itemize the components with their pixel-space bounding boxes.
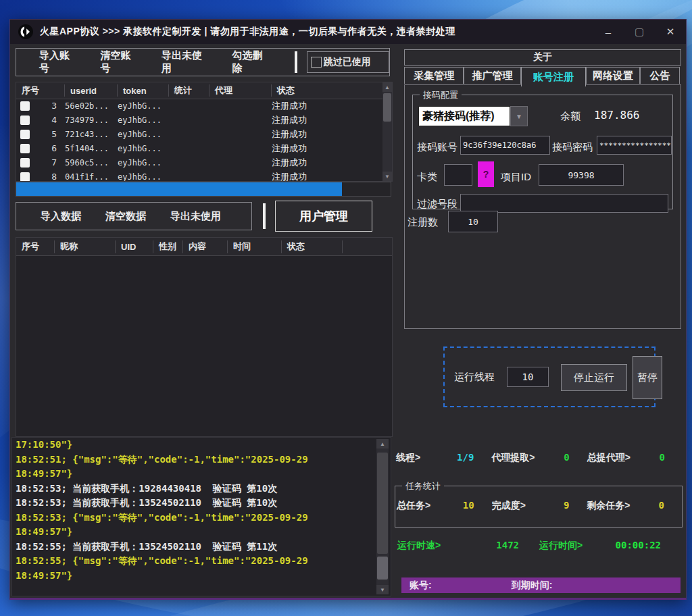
tab-推广管理[interactable]: 推广管理	[464, 67, 520, 84]
log-panel[interactable]: 17:10:50"}18:52:51; {"msg":"等待","code":-…	[11, 437, 391, 596]
cell-status: 注册成功	[272, 114, 382, 126]
account-table[interactable]: 序号useridtoken统计代理状态 356e02b...eyJhbG...注…	[16, 82, 393, 182]
skip-used-checkbox[interactable]	[311, 57, 322, 68]
sms-account-input[interactable]: 9c36f39e120c8a6	[460, 136, 550, 155]
cell-status: 注册成功	[272, 157, 382, 169]
stop-run-button[interactable]: 停止运行	[561, 364, 627, 391]
close-button[interactable]: ✕	[655, 20, 686, 44]
card-type-input[interactable]	[444, 164, 472, 186]
account-table-scrollbar[interactable]: ▲ ▼	[382, 82, 392, 181]
log-line: 18:52:53; {"msg":"等待","code":-1,"time":"…	[12, 511, 391, 525]
sms-provider-selected[interactable]: 豪猪接码(推荐)	[418, 106, 510, 126]
account-toolbar: 导入账号清空账号导出未使用勾选删除 跳过已使用	[16, 48, 390, 76]
stat-label: 总提代理>	[587, 452, 631, 465]
log-line: 17:10:50"}	[12, 438, 391, 453]
log-scrollbar[interactable]: ▲ ▼	[376, 439, 389, 594]
toolbar-button[interactable]: 导入数据	[41, 210, 81, 223]
account-table-body: 356e02b...eyJhbG...注册成功4734979...eyJhbG.…	[16, 99, 382, 181]
row-select-cell: 8	[16, 172, 65, 182]
toolbar-button[interactable]: 导入账号	[39, 49, 77, 75]
task-stats-title: 任务统计	[402, 480, 444, 492]
toolbar-button[interactable]: 勾选删除	[232, 49, 270, 75]
chevron-down-icon[interactable]: ▼	[510, 106, 528, 126]
filter-segment-input[interactable]	[460, 194, 668, 213]
row-checkbox[interactable]	[20, 144, 30, 153]
app-window: 火星APP协议 >>> 承接软件定制开发 | 请勿用于非法用途，一切后果与作者无…	[9, 19, 687, 600]
toolbar-button[interactable]: 导出未使用	[162, 49, 209, 75]
scrollbar-track-used[interactable]	[377, 453, 388, 554]
user-table[interactable]: 序号昵称UID性别内容时间状态	[16, 237, 393, 437]
pause-button[interactable]: 暂停	[633, 356, 662, 399]
column-header: userid	[65, 84, 118, 97]
progress-fill	[16, 182, 342, 196]
tab-公告[interactable]: 公告	[640, 67, 680, 84]
toolbar-separator	[295, 51, 297, 73]
scroll-down-icon[interactable]: ▼	[382, 172, 392, 181]
task-stat-label: 总任务>	[397, 500, 430, 512]
column-header: 昵称	[55, 240, 116, 253]
toolbar-separator	[263, 203, 266, 229]
user-table-header: 序号昵称UID性别内容时间状态	[16, 238, 392, 256]
run-control-box: 运行线程 10 停止运行 暂停	[443, 346, 656, 407]
cell-token: eyJhbG...	[118, 144, 169, 153]
scroll-up-icon[interactable]: ▲	[382, 82, 392, 92]
title-bar: 火星APP协议 >>> 承接软件定制开发 | 请勿用于非法用途，一切后果与作者无…	[10, 20, 686, 44]
minimize-button[interactable]: –	[593, 20, 624, 44]
toolbar-button[interactable]: 清空数据	[105, 210, 146, 223]
cell-token: eyJhbG...	[118, 116, 169, 125]
row-checkbox[interactable]	[20, 130, 30, 139]
scrollbar-thumb[interactable]	[383, 93, 391, 122]
row-select-cell: 4	[16, 115, 65, 125]
register-count-input[interactable]: 10	[448, 211, 498, 232]
cell-userid: 041f1f...	[65, 172, 118, 182]
sms-password-label: 接码密码	[552, 141, 593, 154]
column-header: 统计	[169, 84, 209, 97]
column-header: 序号	[16, 240, 55, 253]
sms-account-label: 接码账号	[417, 141, 458, 154]
progress-bar	[16, 182, 391, 197]
table-row[interactable]: 65f1404...eyJhbG...注册成功	[16, 141, 382, 155]
toolbar-button[interactable]: 清空账号	[100, 49, 138, 75]
table-row[interactable]: 8041f1f...eyJhbG...注册成功	[16, 170, 382, 182]
balance-label: 余额	[560, 110, 580, 123]
sms-provider-dropdown[interactable]: 豪猪接码(推荐) ▼	[418, 106, 528, 126]
table-row[interactable]: 75960c5...eyJhbG...注册成功	[16, 155, 382, 170]
about-button[interactable]: 关于	[404, 49, 681, 66]
tab-账号注册[interactable]: 账号注册	[521, 67, 586, 86]
log-line: 18:49:57"}	[12, 569, 391, 584]
row-select-cell: 6	[16, 143, 65, 153]
table-row[interactable]: 356e02b...eyJhbG...注册成功	[16, 99, 382, 113]
task-stat-value: 10	[463, 500, 474, 512]
row-index: 8	[30, 172, 65, 182]
window-title: 火星APP协议 >>> 承接软件定制开发 | 请勿用于非法用途，一切后果与作者无…	[40, 26, 455, 38]
user-management-button[interactable]: 用户管理	[275, 201, 372, 232]
toolbar-button[interactable]: 导出未使用	[170, 210, 221, 223]
data-toolbar-box: 导入数据清空数据导出未使用	[16, 202, 252, 230]
help-button[interactable]: ?	[478, 161, 494, 187]
row-checkbox[interactable]	[20, 172, 30, 182]
task-stat-label: 剩余任务>	[587, 500, 630, 512]
maximize-button[interactable]: ▢	[624, 20, 655, 44]
skip-used-group[interactable]: 跳过已使用	[307, 51, 389, 73]
row-index: 4	[30, 115, 65, 125]
stat-pair: 代理提取>0	[491, 452, 587, 465]
license-bar: 账号: 到期时间:	[401, 578, 681, 593]
license-account-label: 账号:	[410, 580, 432, 592]
sms-password-input[interactable]: *****************	[597, 136, 672, 155]
cell-token: eyJhbG...	[118, 172, 169, 182]
row-checkbox[interactable]	[20, 101, 30, 111]
tab-网络设置[interactable]: 网络设置	[586, 67, 640, 84]
scroll-down-icon[interactable]: ▼	[376, 585, 389, 594]
table-row[interactable]: 4734979...eyJhbG...注册成功	[16, 113, 382, 127]
table-row[interactable]: 5721c43...eyJhbG...注册成功	[16, 127, 382, 141]
log-lines: 17:10:50"}18:52:51; {"msg":"等待","code":-…	[12, 438, 391, 583]
tab-采集管理[interactable]: 采集管理	[404, 67, 464, 84]
row-checkbox[interactable]	[20, 158, 30, 168]
column-header: 状态	[272, 84, 392, 97]
scroll-up-icon[interactable]: ▲	[376, 439, 389, 448]
run-thread-input[interactable]: 10	[507, 367, 549, 387]
scrollbar-thumb[interactable]	[377, 557, 388, 580]
row-checkbox[interactable]	[20, 116, 30, 125]
project-id-input[interactable]: 99398	[539, 164, 624, 186]
log-line: 18:52:55; 当前获取手机：13524502110 验证码 第11次	[12, 540, 391, 555]
